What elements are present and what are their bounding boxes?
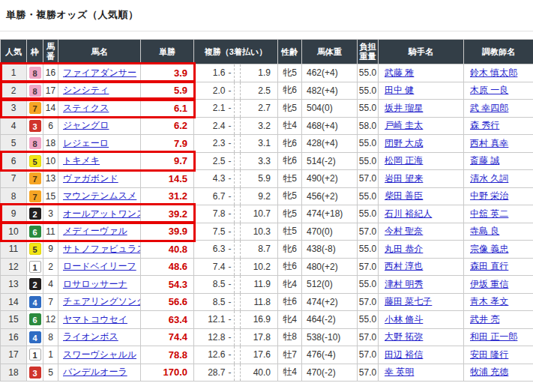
jockey-name-link[interactable]: 今村 聖奈 <box>385 226 423 236</box>
horse-name-link[interactable]: ライオンボス <box>63 331 118 342</box>
trainer-name-link[interactable]: 森 秀行 <box>470 120 499 130</box>
frame-badge: 2 <box>29 278 41 290</box>
trainer-name-link[interactable]: 森田 直行 <box>470 261 508 271</box>
horse-name-link[interactable]: メディーヴァル <box>63 226 127 236</box>
jockey-name-link[interactable]: 幸 英明 <box>385 367 414 377</box>
horse-name-cell: トキメキ <box>58 152 141 170</box>
jockey-name-link[interactable]: 松岡 正海 <box>385 155 423 166</box>
frame-cell: 2 <box>27 205 43 223</box>
horse-number-cell: 1 <box>43 346 58 364</box>
jockey-name-link[interactable]: 団野 大成 <box>385 138 423 148</box>
frame-badge: 2 <box>29 208 41 220</box>
jockey-name-link[interactable]: 柴田 善臣 <box>385 190 423 201</box>
frame-badge: 7 <box>29 190 41 202</box>
trainer-name-link[interactable]: 中野 栄治 <box>470 190 508 201</box>
jockey-name-link[interactable]: 田辺 裕信 <box>385 349 423 360</box>
horse-name-link[interactable]: レジェーロ <box>63 138 109 148</box>
trainer-name-link[interactable]: 寺島 良 <box>470 226 499 236</box>
frame-badge: 4 <box>29 296 41 308</box>
win-odds-value: 3.9 <box>141 64 194 82</box>
frame-cell: 3 <box>27 364 43 382</box>
trainer-name-link[interactable]: 伊坂 重信 <box>470 279 508 289</box>
odds-table-body: 1816ファイアダンサー3.91.6-1.9牝5462(+4)55.0武藤 雅鈴… <box>1 64 533 382</box>
jockey-name-link[interactable]: 津村 明秀 <box>385 279 423 289</box>
win-odds-value: 74.4 <box>141 328 194 346</box>
horse-name-link[interactable]: ロードベイリーフ <box>63 261 136 271</box>
horse-weight-cell: 480(+2) <box>302 258 358 276</box>
horse-name-link[interactable]: ファイアダンサー <box>63 67 136 78</box>
jockey-name-link[interactable]: 戸崎 圭太 <box>385 120 423 130</box>
place-odds-low: 7.5 <box>194 226 225 237</box>
place-odds-low: 12.1 <box>194 314 225 325</box>
sex-age-cell: 牝5 <box>278 64 302 82</box>
horse-name-link[interactable]: チェアリングソング <box>63 296 141 307</box>
sex-age-cell: 牡5 <box>278 170 302 188</box>
horse-name-link[interactable]: スティクス <box>63 103 109 113</box>
odds-page: 単勝・複勝オッズ（人気順） 人気枠馬番馬名単勝複勝（3着払い）性齢馬体重負担重量… <box>0 0 533 382</box>
trainer-name-link[interactable]: 斎藤 誠 <box>470 155 499 166</box>
horse-number-cell: 11 <box>43 223 58 241</box>
jockey-name-link[interactable]: 岩田 望来 <box>385 173 423 184</box>
trainer-name-link[interactable]: 武 幸四郎 <box>470 103 508 113</box>
horse-number-cell: 16 <box>43 64 58 82</box>
horse-name-link[interactable]: ロサロッサーナ <box>63 279 127 289</box>
jockey-name-link[interactable]: 坂井 瑠星 <box>385 103 423 113</box>
sex-age-cell: 牝5 <box>278 205 302 223</box>
jockey-name-link[interactable]: 田中 健 <box>385 85 414 95</box>
trainer-cell: 森 秀行 <box>464 117 533 135</box>
jockey-name-link[interactable]: 石川 裕紀人 <box>385 208 432 219</box>
table-row: 7713ヴァガボンド14.54.3-5.9牡5490(+2)57.0岩田 望来清… <box>1 170 533 188</box>
trainer-name-link[interactable]: 和田 正一郎 <box>470 331 517 342</box>
place-odds-low: 8.5 <box>194 297 225 307</box>
trainer-name-link[interactable]: 西村 真幸 <box>470 138 508 148</box>
place-odds-separator: - <box>225 85 234 96</box>
trainer-name-link[interactable]: 清水 久詞 <box>470 173 508 184</box>
frame-cell: 3 <box>27 117 43 135</box>
trainer-name-link[interactable]: 牧浦 充徳 <box>470 367 508 377</box>
frame-badge: 6 <box>29 226 41 238</box>
trainer-name-link[interactable]: 青木 孝文 <box>470 296 508 307</box>
frame-cell: 2 <box>27 276 43 294</box>
place-odds-separator: - <box>225 297 234 307</box>
impost-weight-cell: 55.0 <box>358 276 379 294</box>
table-row: 1816ファイアダンサー3.91.6-1.9牝5462(+4)55.0武藤 雅鈴… <box>1 64 533 82</box>
place-odds-separator: - <box>225 67 234 78</box>
horse-name-link[interactable]: シンシティ <box>63 85 109 95</box>
jockey-cell: 幸 英明 <box>379 364 464 382</box>
horse-weight-cell: 468(+4) <box>302 117 358 135</box>
jockey-name-link[interactable]: 小林 脩斗 <box>385 314 423 325</box>
trainer-name-link[interactable]: 中舘 英二 <box>470 208 508 219</box>
win-odds-value: 54.3 <box>141 276 194 294</box>
jockey-name-link[interactable]: 西村 淳也 <box>385 261 423 271</box>
trainer-name-link[interactable]: 鈴木 慎太郎 <box>470 67 517 78</box>
jockey-name-link[interactable]: 武藤 雅 <box>385 67 414 78</box>
col-header-trainer: 調教師名 <box>464 40 533 64</box>
place-odds-cell: 2.4-3.2 <box>194 117 278 135</box>
horse-name-link[interactable]: ヴァガボンド <box>63 173 118 184</box>
horse-name-link[interactable]: ジャングロ <box>63 120 109 130</box>
trainer-name-link[interactable]: 安田 隆行 <box>470 349 508 360</box>
popularity-rank-cell: 15 <box>1 311 27 329</box>
win-odds-value: 6.2 <box>141 117 194 135</box>
horse-name-cell: チェアリングソング <box>58 293 141 311</box>
horse-name-link[interactable]: トキメキ <box>63 155 100 166</box>
horse-name-link[interactable]: スワーヴシャルル <box>63 349 136 360</box>
horse-name-link[interactable]: サトノファビュラス <box>63 244 141 254</box>
place-odds-separator: - <box>225 262 234 272</box>
horse-number-cell: 14 <box>43 100 58 118</box>
horse-name-link[interactable]: ヤマトコウセイ <box>63 314 127 325</box>
jockey-name-link[interactable]: 丸田 恭介 <box>385 244 423 254</box>
sex-age-cell: 牡4 <box>278 364 302 382</box>
horse-weight-cell: 456(+2) <box>302 187 358 205</box>
horse-name-link[interactable]: バンデルオーラ <box>63 367 127 377</box>
horse-name-link[interactable]: マウンテンムスメ <box>63 190 136 201</box>
trainer-name-link[interactable]: 木原 一良 <box>470 85 508 95</box>
jockey-name-link[interactable]: 藤田 菜七子 <box>385 296 432 307</box>
trainer-name-link[interactable]: 宗像 義忠 <box>470 244 508 254</box>
jockey-cell: 松岡 正海 <box>379 152 464 170</box>
jockey-name-link[interactable]: 大野 拓弥 <box>385 331 423 342</box>
place-odds-cell: 7.8-10.7 <box>194 205 278 223</box>
horse-name-link[interactable]: オールアットワンス <box>63 208 141 219</box>
trainer-name-link[interactable]: 武井 亮 <box>470 314 499 325</box>
win-odds-value: 6.1 <box>141 100 194 118</box>
